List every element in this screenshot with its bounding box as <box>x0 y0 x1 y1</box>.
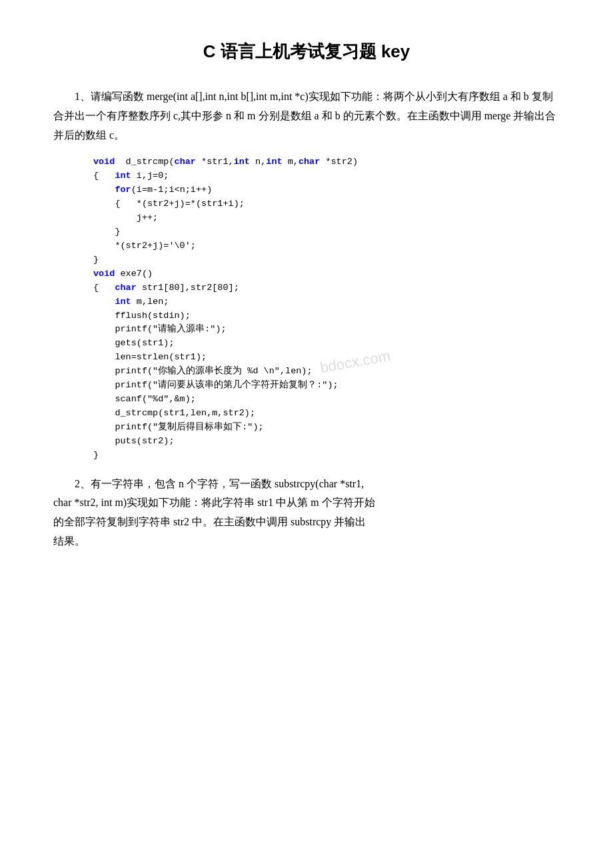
section2-line2: char *str2, int m)实现如下功能：将此字符串 str1 中从第 … <box>53 493 560 513</box>
section2-text: 2、有一字符串，包含 n 个字符，写一函数 substrcpy(char *st… <box>53 475 560 551</box>
section2-line3: 的全部字符复制到字符串 str2 中。在主函数中调用 substrcpy 并输出 <box>53 513 560 532</box>
section2-line4: 结果。 <box>53 532 560 551</box>
section2-line1: 2、有一字符串，包含 n 个字符，写一函数 substrcpy(char *st… <box>75 478 364 489</box>
code-block: void d_strcmp(char *str1,int n,int m,cha… <box>93 155 560 462</box>
section1-text: 1、请编写函数 merge(int a[],int n,int b[],int … <box>53 87 560 145</box>
page-title: C 语言上机考试复习题 key <box>53 40 560 63</box>
